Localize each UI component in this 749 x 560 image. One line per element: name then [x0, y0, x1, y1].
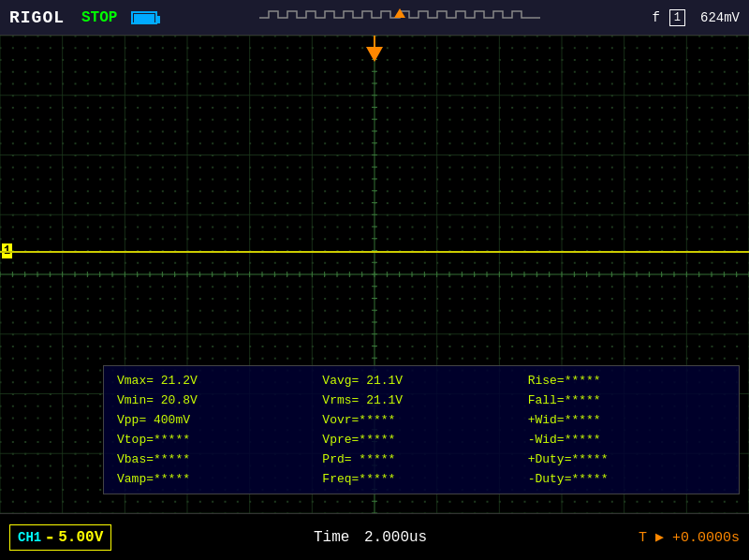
trigger-time-info: T ▶ +0.0000s [639, 528, 740, 546]
trigger-arrow [366, 47, 383, 62]
f-label: f [652, 10, 659, 25]
trigger-stem [374, 36, 375, 47]
meas-vbas: Vbas=***** [113, 450, 318, 468]
meas-nduty: -Duty=***** [524, 470, 729, 488]
meas-vtop: Vtop=***** [113, 431, 318, 449]
meas-vamp: Vamp=***** [113, 470, 318, 488]
channel-badge: 1 [669, 9, 685, 26]
meas-vovr: Vovr=***** [318, 411, 523, 429]
status-bar: CH1 ▬ 5.00V Time 2.000us T ▶ +0.0000s [0, 513, 749, 560]
trigger-t-label: T [639, 530, 647, 546]
trigger-arrow-right: ▶ [655, 530, 664, 546]
trigger-time-value: +0.0000s [672, 530, 740, 546]
meas-rise: Rise=***** [524, 372, 729, 390]
meas-pduty: +Duty=***** [524, 450, 729, 468]
meas-vavg: Vavg= 21.1V [318, 372, 523, 390]
trigger-position-marker [366, 36, 383, 62]
meas-vpre: Vpre=***** [318, 431, 523, 449]
ch1-indicator: CH1 ▬ 5.00V [9, 524, 111, 551]
status-indicator: STOP [81, 9, 117, 26]
time-value: 2.000us [364, 529, 427, 546]
meas-vrms: Vrms= 21.1V [318, 391, 523, 409]
battery-icon [131, 11, 157, 24]
oscilloscope-header: RIGOL STOP f 1 624mV [0, 0, 749, 36]
meas-pwid: +Wid=***** [524, 411, 729, 429]
time-label: Time [314, 529, 349, 546]
meas-freq: Freq=***** [318, 470, 523, 488]
meas-prd: Prd= ***** [318, 450, 523, 468]
svg-marker-0 [394, 8, 405, 18]
signal-waveform [0, 251, 749, 253]
trigger-wave-svg [259, 8, 540, 27]
ch1-label: CH1 [18, 530, 41, 545]
meas-vmin: Vmin= 20.8V [113, 391, 318, 409]
ch1-voltage: 5.00V [58, 529, 103, 546]
trigger-level: 624mV [700, 10, 740, 25]
ch1-line-indicator: ▬ [47, 532, 52, 542]
time-display: Time 2.000us [111, 529, 629, 546]
meas-fall: Fall=***** [524, 391, 729, 409]
oscilloscope-screen: 1 Vmax= 21.2V Vavg= 21.1V Rise=***** Vmi… [0, 36, 749, 513]
meas-vmax: Vmax= 21.2V [113, 372, 318, 390]
measurements-panel: Vmax= 21.2V Vavg= 21.1V Rise=***** Vmin=… [103, 365, 740, 494]
meas-nwid: -Wid=***** [524, 431, 729, 449]
wave-decoration [167, 8, 633, 27]
logo: RIGOL [9, 8, 65, 27]
meas-vpp: Vpp= 400mV [113, 411, 318, 429]
